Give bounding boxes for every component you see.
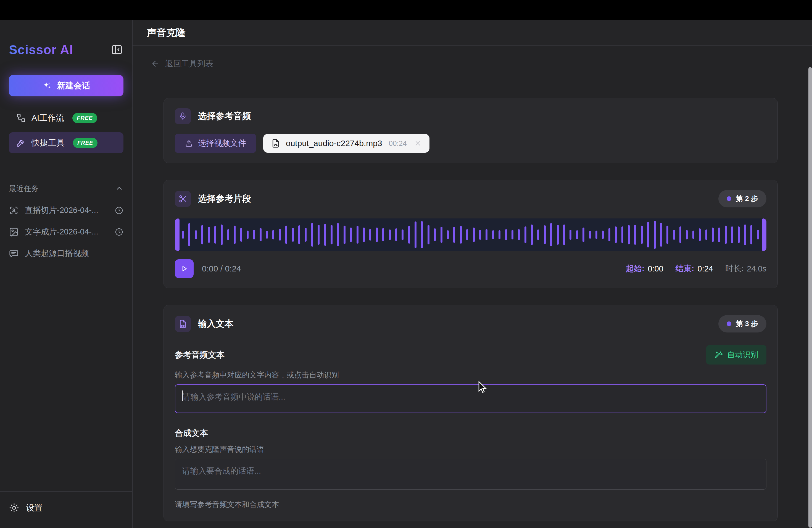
step-badge: 第 2 步 xyxy=(719,190,766,207)
play-button[interactable] xyxy=(175,259,193,278)
card-select-reference-audio: 选择参考音频 选择视频文件 xyxy=(163,98,778,163)
window-topbar xyxy=(0,0,812,20)
waveform-bar xyxy=(718,228,720,242)
waveform-selector[interactable] xyxy=(175,218,766,251)
waveform-bar xyxy=(537,230,539,240)
recent-task-text-to-video[interactable]: 文字成片-2026-04-... xyxy=(9,223,124,240)
arrow-left-icon xyxy=(151,59,160,68)
waveform-bar xyxy=(595,231,597,239)
waveform-bar xyxy=(460,226,462,244)
recent-tasks-title: 最近任务 xyxy=(9,184,39,194)
sidebar-item-ai-workflow[interactable]: AI工作流 FREE xyxy=(9,107,124,128)
waveform-bar xyxy=(524,226,526,243)
recent-tasks-header[interactable]: 最近任务 xyxy=(9,184,124,194)
waveform-bar xyxy=(234,225,236,244)
waveform-bar xyxy=(331,225,333,245)
reference-text-label: 参考音频文本 xyxy=(175,349,224,361)
waveform-bar xyxy=(311,223,313,246)
waveform-bar xyxy=(440,227,443,243)
select-video-file-label: 选择视频文件 xyxy=(198,138,246,149)
waveform-bar xyxy=(240,228,242,241)
waveform-bar xyxy=(706,230,707,240)
message-icon xyxy=(9,249,19,259)
step-dot xyxy=(727,196,731,201)
wrench-icon xyxy=(16,138,26,148)
waveform-bar xyxy=(272,230,274,239)
collapse-sidebar-button[interactable] xyxy=(110,43,124,56)
scrollbar-thumb[interactable] xyxy=(808,67,812,528)
waveform-bar xyxy=(498,230,501,239)
text-caret xyxy=(182,391,183,401)
step-badge-label: 第 3 步 xyxy=(736,319,758,328)
remove-file-icon[interactable] xyxy=(414,140,422,147)
waveform-bar xyxy=(673,230,675,240)
step-badge: 第 3 步 xyxy=(719,315,766,333)
recent-task-label: 文字成片-2026-04-... xyxy=(25,226,108,237)
waveform-bar xyxy=(292,228,294,241)
sidebar-footer: 设置 xyxy=(0,491,132,528)
waveform-bar xyxy=(692,231,694,239)
waveform-bar xyxy=(344,225,346,244)
waveform-bar xyxy=(725,225,727,244)
section-title: 选择参考音频 xyxy=(198,110,251,122)
waveform-bar xyxy=(382,228,384,241)
reference-text-area[interactable] xyxy=(175,384,766,413)
cards-column: 选择参考音频 选择视频文件 xyxy=(163,98,778,528)
section-title: 输入文本 xyxy=(198,318,233,330)
audio-file-icon xyxy=(271,138,280,148)
scissors-icon xyxy=(175,191,191,207)
waveform-bar xyxy=(421,221,423,248)
clip-end-label: 结束: xyxy=(676,263,694,274)
waveform-bar xyxy=(660,223,662,247)
waveform-bar xyxy=(699,229,701,241)
clip-duration-label: 时长: xyxy=(725,263,743,274)
auto-recognize-button[interactable]: 自动识别 xyxy=(706,345,766,365)
synthesis-text-area[interactable] xyxy=(175,459,766,489)
collapse-panel-icon xyxy=(111,44,123,56)
settings-label: 设置 xyxy=(26,502,43,514)
play-icon xyxy=(180,265,188,273)
waveform-bar xyxy=(434,229,436,241)
waveform-bar xyxy=(221,224,222,245)
step-dot xyxy=(727,321,731,326)
waveform-bar xyxy=(208,227,210,243)
new-session-button[interactable]: 新建会话 xyxy=(9,75,124,97)
recent-task-live-clip[interactable]: 直播切片-2026-04-... xyxy=(9,202,124,219)
select-video-file-button[interactable]: 选择视频文件 xyxy=(175,134,256,153)
wand-icon xyxy=(714,351,723,359)
form-hint: 请填写参考音频文本和合成文本 xyxy=(175,500,766,510)
clock-icon xyxy=(115,206,124,215)
new-session-label: 新建会话 xyxy=(57,80,90,91)
waveform-bar xyxy=(576,230,578,239)
step-badge-label: 第 2 步 xyxy=(736,194,758,204)
clip-start-label: 起始: xyxy=(626,263,644,274)
waveform-bar xyxy=(318,225,320,245)
sidebar-item-quick-tools[interactable]: 快捷工具 FREE xyxy=(9,132,124,153)
waveform-bar xyxy=(195,230,197,239)
audio-text-icon xyxy=(175,316,191,332)
clip-end-handle[interactable] xyxy=(762,218,766,251)
audio-file-chip[interactable]: output_audio-c2274b.mp3 00:24 xyxy=(263,134,430,153)
waveform-bar xyxy=(647,222,649,248)
waveform-bars xyxy=(182,218,759,251)
waveform-bar xyxy=(511,230,513,239)
waveform-bar xyxy=(402,230,404,240)
waveform-bar xyxy=(679,226,681,243)
card-input-text: 输入文本 第 3 步 参考音频文本 自动识别 xyxy=(163,305,778,522)
waveform-bar xyxy=(188,223,190,246)
waveform-bar xyxy=(492,230,494,239)
sidebar-nav: AI工作流 FREE 快捷工具 FREE xyxy=(9,107,124,153)
clip-duration-value: 24.0s xyxy=(747,264,766,274)
sidebar-item-settings[interactable]: 设置 xyxy=(9,500,124,516)
back-to-tools-link[interactable]: 返回工具列表 xyxy=(151,58,213,69)
auto-recognize-label: 自动识别 xyxy=(727,350,758,360)
clip-info: 起始: 0:00 结束: 0:24 时长: 24.0s xyxy=(626,263,766,274)
waveform-bar xyxy=(634,225,636,245)
clip-start-handle[interactable] xyxy=(175,218,179,251)
waveform-bar xyxy=(563,224,565,245)
waveform-bar xyxy=(479,230,481,239)
waveform-bar xyxy=(589,231,591,239)
recent-task-broadcast-video[interactable]: 人类起源口播视频 xyxy=(9,245,124,262)
waveform-bar xyxy=(712,228,714,242)
app-logo: Scissor AI xyxy=(9,42,73,57)
